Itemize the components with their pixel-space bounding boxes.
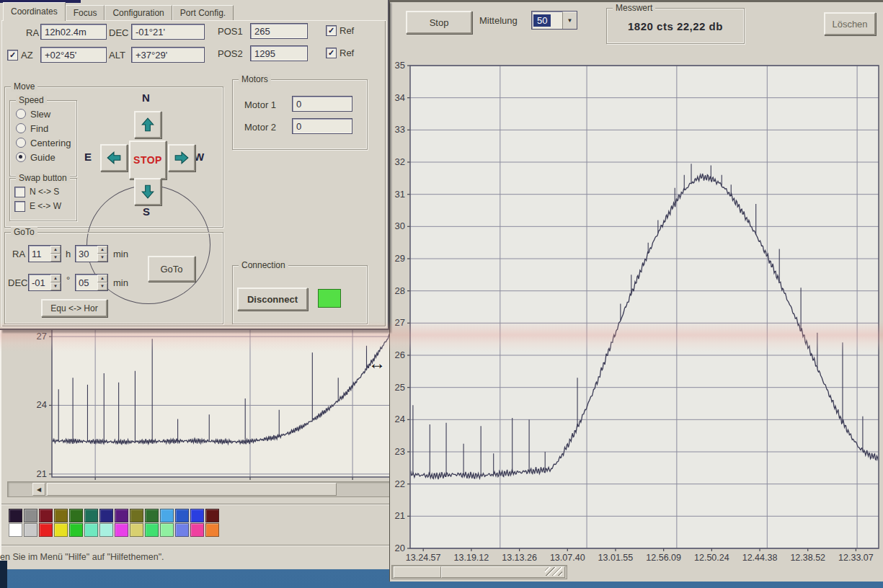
az-checkbox[interactable]: ✓ [7, 50, 18, 61]
palette-swatch[interactable] [190, 523, 204, 537]
spin-up-button[interactable]: ▲ [50, 246, 61, 254]
palette-swatch[interactable] [115, 523, 128, 537]
disconnect-button[interactable]: Disconnect [237, 288, 308, 311]
south-label: S [143, 205, 150, 218]
color-palette-panel [1, 504, 405, 545]
spin-up-button[interactable]: ▲ [97, 275, 107, 282]
palette-swatch[interactable] [99, 523, 113, 537]
svg-text:24: 24 [395, 414, 405, 424]
palette-swatch[interactable] [205, 509, 219, 522]
goto-ra-hours-stepper[interactable]: 11 ▲▼ [28, 245, 61, 262]
dec-field[interactable]: -01°21' [131, 24, 205, 40]
palette-swatch[interactable] [130, 523, 143, 537]
speed-radio-slew[interactable]: Slew [16, 107, 71, 121]
chevron-down-icon[interactable]: ▼ [562, 12, 577, 29]
goto-dec-minutes-stepper[interactable]: 05 ▲▼ [75, 274, 108, 291]
goto-ra-minutes-stepper[interactable]: 30 ▲▼ [75, 245, 108, 262]
move-south-button[interactable] [134, 178, 161, 205]
palette-swatch[interactable] [9, 523, 22, 537]
speed-radio-find[interactable]: Find [16, 121, 71, 135]
background-chart-hscrollbar[interactable]: ◀ [7, 481, 404, 497]
tab-configuration[interactable]: Configuration [105, 5, 172, 21]
dialog-tab-bar: CoordinatesFocusConfigurationPort Config… [3, 3, 234, 21]
palette-swatch[interactable] [160, 509, 174, 522]
checkbox-icon[interactable] [14, 187, 25, 197]
palette-swatch[interactable] [205, 523, 219, 537]
equ-hor-button[interactable]: Equ <-> Hor [41, 299, 107, 317]
svg-text:22: 22 [395, 478, 405, 489]
goto-group-title: GoTo [11, 227, 37, 237]
palette-swatch[interactable] [175, 523, 189, 537]
palette-swatch[interactable] [84, 509, 98, 522]
stop-measure-button[interactable]: Stop [406, 11, 472, 34]
speed-radio-guide[interactable]: Guide [16, 150, 71, 164]
ref1-checkbox[interactable]: ✓ [326, 25, 337, 36]
move-stop-button[interactable]: STOP [129, 141, 167, 179]
radio-icon[interactable] [16, 152, 26, 162]
palette-swatch[interactable] [9, 509, 22, 522]
tab-coordinates[interactable]: Coordinates [3, 2, 66, 21]
measurement-window: Stop Mittelung 50 ▼ Messwert 1820 cts 22… [389, 0, 883, 582]
palette-swatch[interactable] [130, 509, 143, 522]
speed-radio-centering[interactable]: Centering [16, 135, 71, 150]
north-label: N [142, 92, 150, 104]
palette-swatch[interactable] [39, 523, 53, 537]
alt-field[interactable]: +37°29' [131, 47, 205, 63]
goto-button[interactable]: GoTo [148, 256, 195, 282]
az-label: AZ [21, 50, 33, 61]
messwert-value: 1820 cts 22,22 db [607, 9, 744, 43]
palette-swatch[interactable] [54, 509, 68, 522]
palette-swatch[interactable] [190, 509, 204, 522]
palette-swatch[interactable] [24, 509, 37, 522]
spin-down-button[interactable]: ▼ [97, 254, 107, 262]
palette-swatch[interactable] [24, 523, 37, 537]
scroll-left-arrow-icon[interactable]: ◀ [32, 483, 45, 496]
motor2-field[interactable]: 0 [292, 118, 352, 134]
radio-icon[interactable] [16, 138, 26, 148]
swap-checkbox-row[interactable]: N <-> S [14, 184, 61, 199]
goto-dec-degrees-stepper[interactable]: -01 ▲▼ [28, 274, 61, 291]
spin-down-button[interactable]: ▼ [50, 282, 61, 290]
spin-down-button[interactable]: ▼ [97, 282, 107, 290]
ra-field[interactable]: 12h02.4m [40, 24, 107, 40]
palette-swatch[interactable] [145, 523, 159, 537]
swap-checkbox-row[interactable]: E <-> W [14, 199, 61, 213]
palette-swatch[interactable] [39, 509, 53, 522]
move-east-button[interactable] [100, 144, 128, 172]
palette-swatch[interactable] [69, 509, 83, 522]
ref2-checkbox[interactable]: ✓ [326, 48, 337, 58]
palette-swatch[interactable] [175, 509, 189, 522]
palette-swatch[interactable] [160, 523, 174, 537]
resize-grip-icon[interactable] [545, 567, 562, 576]
spin-down-button[interactable]: ▼ [50, 254, 61, 262]
spin-up-button[interactable]: ▲ [50, 275, 61, 282]
palette-swatch[interactable] [54, 523, 68, 537]
degrees-unit-label: ° [66, 275, 70, 285]
motor1-label: Motor 1 [244, 99, 276, 110]
mittelung-dropdown[interactable]: 50 ▼ [531, 11, 577, 30]
move-west-button[interactable] [168, 144, 195, 172]
hscrollbar-thumb[interactable] [394, 566, 441, 578]
tab-port-config[interactable]: Port Config. [172, 5, 234, 21]
checkbox-icon[interactable] [14, 201, 25, 212]
pos2-field[interactable]: 1295 [250, 45, 308, 61]
palette-swatch[interactable] [115, 509, 128, 522]
az-field[interactable]: +02°45' [40, 47, 107, 63]
pos1-field[interactable]: 265 [250, 23, 308, 39]
move-north-button[interactable] [134, 111, 161, 138]
svg-text:34: 34 [395, 92, 405, 103]
up-arrow-icon [140, 117, 156, 133]
motor1-field[interactable]: 0 [292, 96, 352, 112]
loeschen-button[interactable]: Löschen [824, 12, 876, 35]
palette-swatch[interactable] [84, 523, 98, 537]
spin-up-button[interactable]: ▲ [97, 246, 107, 254]
palette-swatch[interactable] [69, 523, 83, 537]
radio-icon[interactable] [16, 109, 26, 119]
palette-swatch[interactable] [145, 509, 159, 522]
palette-swatch[interactable] [99, 509, 113, 522]
tab-focus[interactable]: Focus [66, 5, 105, 21]
main-chart-hscrollbar[interactable] [391, 565, 567, 579]
radio-icon[interactable] [16, 123, 26, 133]
hscrollbar-thumb[interactable] [47, 483, 337, 496]
svg-text:30: 30 [395, 220, 405, 231]
